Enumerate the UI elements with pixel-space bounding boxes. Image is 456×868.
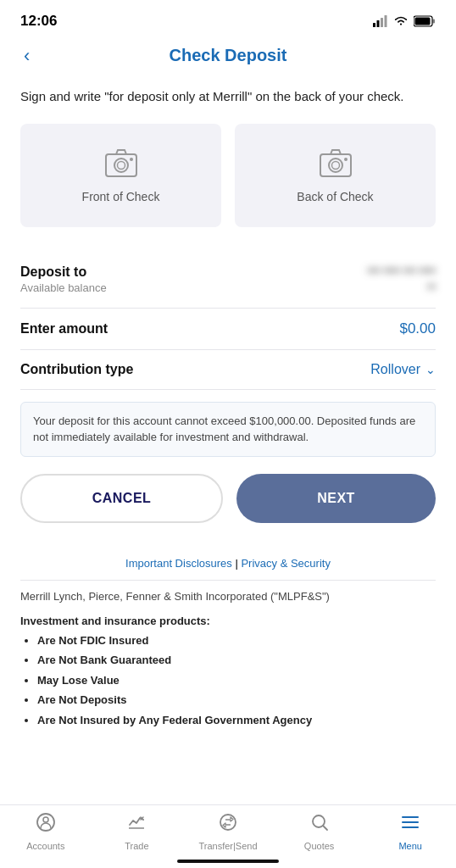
- chevron-down-icon: ⌄: [425, 363, 436, 376]
- svg-point-13: [331, 161, 339, 169]
- nav-item-trade[interactable]: Trade: [92, 812, 183, 851]
- list-item: Are Not Bank Guaranteed: [37, 652, 436, 669]
- accounts-icon: [36, 812, 56, 837]
- svg-point-20: [220, 815, 236, 830]
- menu-nav-label: Menu: [398, 841, 422, 851]
- menu-icon: [400, 812, 420, 837]
- status-icons: [373, 15, 436, 27]
- amount-value: $0.00: [399, 320, 436, 337]
- next-button[interactable]: NEXT: [236, 474, 436, 523]
- enter-amount-label: Enter amount: [20, 321, 108, 337]
- quotes-nav-label: Quotes: [304, 841, 334, 851]
- notice-text: Your deposit for this account cannot exc…: [33, 415, 415, 444]
- nav-item-quotes[interactable]: Quotes: [274, 812, 365, 851]
- contribution-type-row[interactable]: Contribution type Rollover ⌄: [20, 350, 436, 390]
- trade-icon: [126, 812, 147, 837]
- accounts-nav-label: Accounts: [26, 841, 64, 851]
- list-item: Are Not FDIC Insured: [37, 632, 436, 649]
- svg-rect-7: [106, 154, 136, 176]
- disclosure-company: Merrill Lynch, Pierce, Fenner & Smith In…: [20, 581, 436, 609]
- instruction-text: Sign and write "for deposit only at Merr…: [20, 87, 436, 107]
- front-check-label: Front of Check: [82, 190, 160, 203]
- transfer-nav-label: Transfer|Send: [198, 841, 257, 851]
- svg-point-8: [114, 159, 128, 172]
- front-camera-icon: [104, 147, 138, 181]
- deposit-to-label-group: Deposit to Available balance: [20, 264, 107, 294]
- back-check-box[interactable]: Back of Check: [235, 124, 436, 227]
- front-check-box[interactable]: Front of Check: [20, 124, 221, 227]
- home-indicator: [177, 860, 279, 863]
- svg-rect-11: [320, 154, 351, 176]
- svg-point-12: [329, 159, 342, 172]
- wifi-icon: [393, 15, 409, 27]
- svg-rect-3: [385, 15, 387, 27]
- back-camera-icon: [319, 147, 353, 181]
- bottom-nav: Accounts Trade Transfer|Send: [0, 804, 456, 868]
- status-bar: 12:06: [0, 0, 456, 37]
- svg-point-16: [43, 817, 48, 822]
- svg-rect-2: [381, 18, 383, 27]
- svg-point-14: [344, 158, 348, 161]
- list-item: Are Not Insured by Any Federal Governmen…: [37, 712, 436, 729]
- contribution-value-group: Rollover ⌄: [370, 362, 436, 377]
- svg-line-22: [323, 826, 327, 831]
- notice-box: Your deposit for this account cannot exc…: [20, 402, 436, 457]
- status-time: 12:06: [20, 13, 57, 30]
- available-balance-label: Available balance: [20, 281, 107, 294]
- back-button[interactable]: ‹: [17, 42, 36, 70]
- main-content: Sign and write "for deposit only at Merr…: [0, 74, 456, 823]
- cancel-button[interactable]: CANCEL: [20, 474, 223, 523]
- disclosure-section: Merrill Lynch, Pierce, Fenner & Smith In…: [20, 580, 436, 743]
- svg-rect-6: [433, 19, 436, 24]
- battery-icon: [414, 15, 436, 27]
- nav-item-menu[interactable]: Menu: [364, 812, 456, 851]
- contribution-type-label: Contribution type: [20, 362, 133, 377]
- contribution-value: Rollover: [370, 362, 420, 377]
- list-item: May Lose Value: [37, 672, 436, 689]
- enter-amount-row[interactable]: Enter amount $0.00: [20, 309, 436, 350]
- svg-rect-1: [377, 20, 380, 27]
- svg-rect-0: [373, 23, 375, 27]
- nav-item-accounts[interactable]: Accounts: [0, 812, 92, 851]
- privacy-security-link[interactable]: Privacy & Security: [241, 557, 330, 570]
- back-check-label: Back of Check: [297, 190, 373, 203]
- deposit-to-row[interactable]: Deposit to Available balance ••• •••• ••…: [20, 251, 436, 309]
- svg-rect-5: [415, 18, 431, 25]
- deposit-to-label: Deposit to: [20, 264, 107, 280]
- header: ‹ Check Deposit: [0, 37, 456, 74]
- footer-links: Important Disclosures | Privacy & Securi…: [20, 540, 436, 580]
- transfer-icon: [218, 812, 238, 837]
- button-row: CANCEL NEXT: [20, 474, 436, 523]
- check-images-row: Front of Check Back of Check: [20, 124, 436, 227]
- nav-item-transfer[interactable]: Transfer|Send: [182, 812, 274, 851]
- disclosure-subtitle: Investment and insurance products:: [20, 609, 436, 632]
- page-title: Check Deposit: [170, 46, 287, 65]
- trade-nav-label: Trade: [125, 841, 148, 851]
- quotes-icon: [309, 812, 330, 837]
- important-disclosures-link[interactable]: Important Disclosures: [125, 557, 232, 570]
- account-info-blurred: ••• •••• ••• ••••••: [368, 263, 436, 296]
- signal-icon: [373, 15, 388, 27]
- list-item: Are Not Deposits: [37, 692, 436, 709]
- svg-point-10: [130, 158, 133, 161]
- svg-point-9: [117, 161, 125, 169]
- disclosure-list: Are Not FDIC Insured Are Not Bank Guaran…: [20, 632, 436, 729]
- footer-separator: |: [232, 557, 242, 570]
